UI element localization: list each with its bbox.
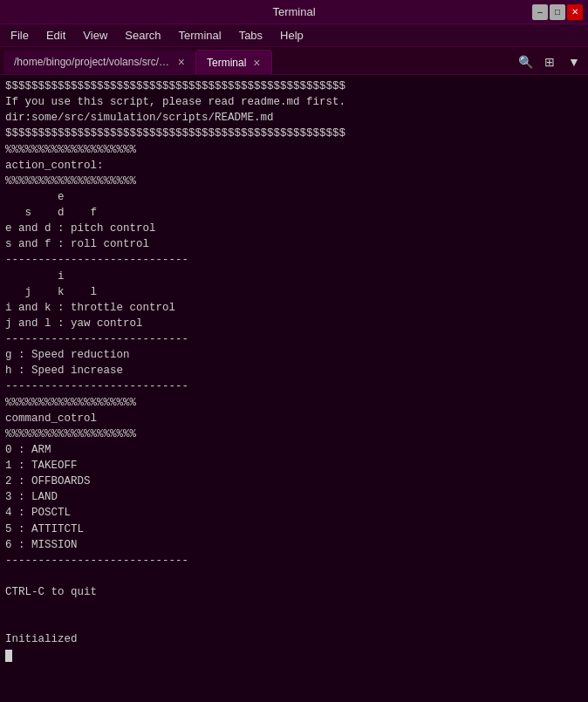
- menu-item-tabs[interactable]: Tabs: [232, 27, 270, 44]
- terminal-output: $$$$$$$$$$$$$$$$$$$$$$$$$$$$$$$$$$$$$$$$…: [5, 78, 583, 664]
- menu-item-terminal[interactable]: Terminal: [172, 27, 229, 44]
- tab-bar: /home/bingo/project/volans/src/sim... × …: [0, 47, 588, 75]
- terminal-cursor: [5, 650, 12, 662]
- menu-item-edit[interactable]: Edit: [39, 27, 72, 44]
- menu-item-help[interactable]: Help: [273, 27, 311, 44]
- minimize-button[interactable]: –: [532, 4, 548, 20]
- maximize-button[interactable]: □: [550, 4, 565, 20]
- menu-item-view[interactable]: View: [76, 27, 114, 44]
- menu-item-file[interactable]: File: [3, 27, 36, 44]
- dropdown-button[interactable]: ▼: [564, 51, 585, 72]
- tab-path-close[interactable]: ×: [178, 56, 185, 68]
- close-button[interactable]: ✕: [567, 4, 583, 20]
- tab-terminal[interactable]: Terminal ×: [195, 50, 272, 74]
- tab-bar-actions: 🔍 ⊞ ▼: [515, 51, 585, 74]
- tab-path[interactable]: /home/bingo/project/volans/src/sim... ×: [3, 50, 195, 74]
- search-icon: 🔍: [518, 55, 533, 69]
- title-bar: Terminal – □ ✕: [0, 0, 588, 24]
- tab-path-label: /home/bingo/project/volans/src/sim...: [14, 56, 171, 68]
- tab-terminal-close[interactable]: ×: [253, 57, 260, 69]
- terminal-content[interactable]: $$$$$$$$$$$$$$$$$$$$$$$$$$$$$$$$$$$$$$$$…: [0, 75, 588, 702]
- menu-bar: FileEditViewSearchTerminalTabsHelp: [0, 24, 588, 47]
- chevron-down-icon: ▼: [568, 55, 580, 69]
- search-button[interactable]: 🔍: [515, 51, 536, 72]
- window-controls: – □ ✕: [532, 4, 583, 20]
- menu-item-search[interactable]: Search: [118, 27, 168, 44]
- window-title: Terminal: [272, 5, 315, 18]
- new-tab-button[interactable]: ⊞: [539, 51, 560, 72]
- grid-icon: ⊞: [544, 55, 555, 69]
- tab-terminal-label: Terminal: [207, 57, 246, 69]
